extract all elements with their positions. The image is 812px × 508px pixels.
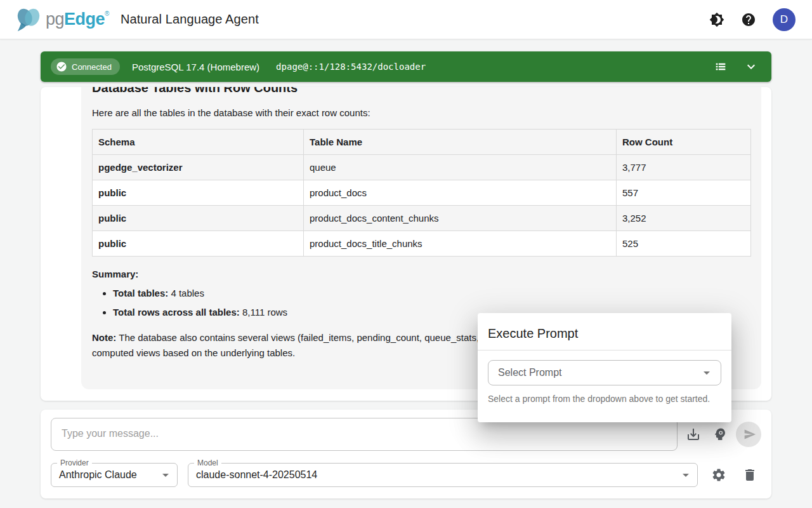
model-select-label: Model [194,458,221,467]
row-count-cell: 3,252 [617,206,751,231]
model-select-value: claude-sonnet-4-20250514 [196,469,317,481]
dialog-title: Execute Prompt [478,313,731,350]
connection-status-label: Connected [72,62,112,72]
dialog-helper-text: Select a prompt from the dropdown above … [488,394,721,404]
dropdown-caret-icon [699,365,714,380]
summary-heading: Summary: [92,269,750,279]
list-icon [714,60,728,74]
table-row: pgedge_vectorizer queue 3,777 [93,155,751,180]
dialog-divider [478,350,731,351]
table-name-cell: product_docs [304,180,617,206]
table-name-cell: product_docs_title_chunks [304,231,617,257]
column-header-schema: Schema [93,130,304,155]
column-header-row-count: Row Count [617,130,751,155]
connection-string: dpage@::1/128:5432/docloader [276,62,426,72]
summary-label: Total tables: [113,288,168,298]
provider-select[interactable]: Provider Anthropic Claude [51,463,178,487]
thinking-mode-button[interactable] [712,427,728,442]
logo-edge-text: Edge [64,10,105,29]
message-intro: Here are all the tables in the database … [92,107,750,118]
list-item: Total tables: 4 tables [113,288,750,298]
schema-cell: public [93,206,304,231]
chevron-down-icon [743,59,759,74]
clear-chat-button[interactable] [742,467,757,483]
dropdown-caret-icon [678,467,693,483]
row-count-cell: 557 [617,180,751,206]
brightness-icon [709,12,724,27]
settings-button[interactable] [711,467,726,483]
provider-select-value: Anthropic Claude [59,469,137,481]
select-prompt-value: Select Prompt [498,367,561,378]
provider-select-label: Provider [57,458,92,467]
schema-cell: public [93,180,304,206]
composer-area: Provider Anthropic Claude Model claude-s… [41,410,771,498]
check-circle-icon [56,61,67,72]
table-row: public product_docs_title_chunks 525 [93,231,751,257]
row-count-cell: 525 [617,231,751,257]
pgedge-logo-text: pgEdge® [46,11,109,28]
dropdown-caret-icon [158,467,173,483]
model-select[interactable]: Model claude-sonnet-4-20250514 [188,463,698,487]
summary-value: 4 tables [168,288,204,298]
psychology-icon [712,427,728,442]
summary-value: 8,111 rows [240,307,287,318]
download-icon [686,427,701,442]
send-button[interactable] [736,422,761,447]
connection-status-badge: Connected [51,58,120,75]
message-input[interactable] [51,418,678,451]
note-label: Note: [92,332,116,343]
pgedge-logo: pgEdge® [14,6,109,33]
column-header-table-name: Table Name [304,130,617,155]
summary-label: Total rows across all tables: [113,307,240,318]
logo-pg-text: pg [46,10,64,29]
server-version-label: PostgreSQL 17.4 (Homebrew) [132,62,259,72]
schema-cell: pgedge_vectorizer [93,155,304,180]
connection-bar[interactable]: Connected PostgreSQL 17.4 (Homebrew) dpa… [41,51,771,82]
page-title: Natural Language Agent [121,12,259,27]
send-icon [743,428,756,441]
user-avatar[interactable]: D [773,8,796,31]
gear-icon [711,467,726,483]
trash-icon [742,467,757,483]
table-header-row: Schema Table Name Row Count [93,130,751,155]
table-row: public product_docs_content_chunks 3,252 [93,206,751,231]
help-icon [741,12,756,27]
message-heading: Database Tables with Row Counts [92,87,750,95]
pgedge-logo-icon [14,6,43,33]
execute-prompt-dialog: Execute Prompt Select Prompt Select a pr… [478,313,731,422]
table-row: public product_docs 557 [93,180,751,206]
connection-list-button[interactable] [713,59,728,74]
schema-cell: public [93,231,304,257]
connection-expand-button[interactable] [743,59,759,74]
app-header: pgEdge® Natural Language Agent D [0,0,812,39]
row-count-cell: 3,777 [617,155,751,180]
theme-toggle-button[interactable] [709,12,724,27]
row-counts-table: Schema Table Name Row Count pgedge_vecto… [92,129,751,257]
download-button[interactable] [686,427,701,442]
table-name-cell: product_docs_content_chunks [304,206,617,231]
table-name-cell: queue [304,155,617,180]
select-prompt-dropdown[interactable]: Select Prompt [488,360,721,385]
help-button[interactable] [741,12,756,27]
logo-registered-mark: ® [105,10,109,17]
